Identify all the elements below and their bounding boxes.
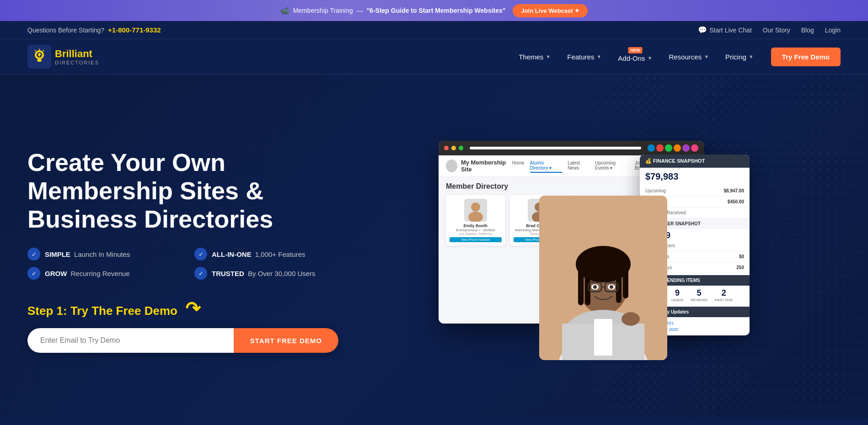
pending-reviews-label: REVIEWS — [691, 298, 707, 302]
feature-check-grow: ✓ — [27, 267, 40, 280]
demo-form: START FREE DEMO — [27, 328, 338, 353]
svg-rect-33 — [594, 319, 612, 356]
logo-brilliant-white: lliant — [69, 48, 92, 59]
feature-grow: ✓ GROW Recurring Revenue — [27, 267, 181, 280]
feature-trusted: ✓ TRUSTED By Over 30,000 Users — [194, 267, 348, 280]
member-name-1: Emily Booth — [450, 223, 502, 228]
pending-reviews-num: 5 — [691, 288, 707, 298]
features-chevron: ▼ — [596, 54, 601, 59]
svg-point-34 — [622, 312, 640, 326]
person-overlay — [539, 196, 667, 360]
chat-icon: 💬 — [698, 26, 707, 34]
svg-rect-1 — [37, 59, 42, 61]
last7-val: $0 — [739, 254, 744, 259]
nav-resources[interactable]: Resources ▼ — [662, 49, 715, 64]
features-label: Features — [567, 53, 594, 61]
site-nav-home: Home — [512, 159, 525, 173]
addons-label: Add-Ons — [618, 54, 645, 62]
svg-point-8 — [468, 212, 483, 222]
hero-right: My Membership Site Home Alumni Directory… — [348, 141, 841, 360]
arrow-decoration: ↷ — [185, 298, 201, 319]
svg-rect-20 — [578, 269, 584, 305]
logo-directories: DIRECTORIES — [55, 60, 99, 65]
finance-pastdue-val: $450.00 — [728, 199, 744, 204]
last30-val: 250 — [736, 265, 744, 270]
nav-themes[interactable]: Themes ▼ — [512, 49, 557, 64]
dashboard-mockup: My Membership Site Home Alumni Directory… — [439, 141, 750, 360]
resources-label: Resources — [669, 53, 702, 61]
email-input[interactable] — [27, 328, 234, 353]
logo-text: Brilliant DIRECTORIES — [55, 48, 99, 65]
banner-dash: — — [356, 7, 363, 14]
feature-check-simple: ✓ — [27, 248, 40, 260]
question-text: Questions Before Starting? — [27, 27, 104, 34]
feature-simple: ✓ SIMPLE Launch In Minutes — [27, 248, 181, 260]
site-nav-directory: Alumni Directory ▾ — [530, 159, 563, 173]
pending-pastdue-num: 2 — [715, 288, 733, 298]
start-free-demo-button[interactable]: START FREE DEMO — [234, 328, 338, 353]
secondary-nav: Questions Before Starting? +1-800-771-93… — [0, 21, 868, 39]
blog-link[interactable]: Blog — [801, 27, 814, 34]
nav-links: Themes ▼ Features ▼ NEW Add-Ons ▼ Resour… — [512, 48, 841, 66]
svg-point-30 — [610, 285, 613, 289]
hero-left: Create Your Own Membership Sites & Busin… — [27, 148, 348, 353]
login-link[interactable]: Login — [825, 27, 841, 34]
training-label: Membership Training — [293, 7, 353, 14]
our-story-link[interactable]: Our Story — [763, 27, 790, 34]
step-label-text: Step 1: Try The Free Demo — [27, 304, 177, 318]
finance-upcoming-label: Upcoming — [645, 188, 666, 193]
hero-section: Create Your Own Membership Sites & Busin… — [0, 74, 868, 417]
phone-number[interactable]: +1-800-771-9332 — [108, 26, 161, 34]
finance-title: FINANCE SNAPSHOT — [653, 158, 705, 164]
themes-chevron: ▼ — [546, 54, 551, 59]
svg-rect-21 — [585, 266, 590, 305]
live-chat-label: Start Live Chat — [709, 27, 752, 34]
feature-check-trusted: ✓ — [194, 267, 207, 280]
addons-chevron: ▼ — [648, 55, 653, 61]
feature-allinone-label: ALL-IN-ONE 1,000+ Features — [212, 250, 305, 258]
live-chat-link[interactable]: 💬 Start Live Chat — [698, 26, 752, 34]
browser-dot-yellow — [451, 146, 456, 150]
pending-leads-num: 9 — [671, 288, 683, 298]
main-nav: Brilliant DIRECTORIES Themes ▼ Features … — [0, 39, 868, 74]
join-webcast-button[interactable]: Join Live Webcast ✦ — [513, 4, 588, 17]
feature-allinone: ✓ ALL-IN-ONE 1,000+ Features — [194, 248, 348, 260]
bulb-svg — [30, 48, 48, 66]
feature-check-allinone: ✓ — [194, 248, 207, 260]
features-grid: ✓ SIMPLE Launch In Minutes ✓ ALL-IN-ONE … — [27, 248, 348, 280]
top-banner: 📹 Membership Training — "6-Step Guide to… — [0, 0, 868, 21]
hero-title: Create Your Own Membership Sites & Busin… — [27, 148, 348, 233]
finance-icon: 💰 — [645, 158, 652, 164]
nav-addons[interactable]: NEW Add-Ons ▼ — [611, 48, 659, 66]
browser-dot-green — [459, 146, 463, 150]
finance-upcoming-row: Upcoming $8,947.00 — [640, 186, 750, 197]
site-name-mock: My Membership Site — [461, 159, 512, 173]
svg-rect-23 — [623, 266, 628, 298]
try-free-demo-button[interactable]: Try Free Demo — [771, 48, 841, 66]
banner-text: 📹 Membership Training — "6-Step Guide to… — [280, 6, 506, 15]
pending-leads: 9 LEADS — [671, 288, 683, 302]
nav-pricing[interactable]: Pricing ▼ — [719, 49, 760, 64]
addons-new-badge: NEW — [628, 47, 642, 53]
secondary-nav-links: 💬 Start Live Chat Our Story Blog Login — [698, 26, 841, 34]
member-photo-1 — [464, 199, 487, 222]
logo-name: Brilliant — [55, 48, 99, 60]
svg-rect-2 — [38, 61, 41, 62]
site-logo-circle — [446, 159, 457, 172]
browser-url — [470, 147, 641, 149]
nav-features[interactable]: Features ▼ — [561, 49, 608, 64]
pending-pastdue: 2 PAST DUE — [715, 288, 733, 302]
nav-dots — [648, 144, 698, 152]
video-icon: 📹 — [280, 6, 289, 15]
feature-grow-label: GROW Recurring Revenue — [45, 270, 130, 277]
step-title: Step 1: Try The Free Demo ↷ — [27, 298, 348, 319]
themes-label: Themes — [519, 53, 543, 61]
logo[interactable]: Brilliant DIRECTORIES — [27, 45, 99, 69]
member-title-1: Entrepreneur ✓ Verified — [450, 228, 502, 232]
site-nav-news: Latest News — [568, 159, 589, 173]
svg-line-5 — [35, 50, 36, 51]
site-nav-events: Upcoming Events ▾ — [595, 159, 629, 173]
svg-point-7 — [471, 202, 480, 212]
pending-reviews: 5 REVIEWS — [691, 288, 707, 302]
member-btn-1: View Phone Number — [450, 237, 502, 242]
